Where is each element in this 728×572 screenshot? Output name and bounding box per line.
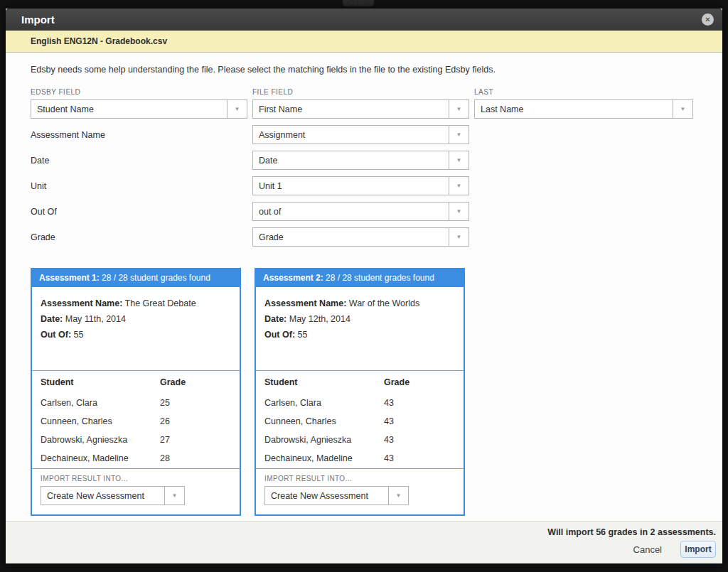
student-grades-table: Student Grade Carlsen, Clara 25 Cunneen,… [32, 371, 240, 468]
instruction-text: Edsby needs some help understanding the … [31, 65, 699, 75]
import-button[interactable]: Import [680, 541, 716, 558]
student-name: Carlsen, Clara [41, 398, 160, 408]
assessment-info: Assessment Name: War of the Worlds Date:… [256, 287, 464, 370]
assessment-preview-cards: Assessment 1: 28 / 28 student grades fou… [31, 268, 699, 516]
select-value: First Name [253, 100, 449, 118]
table-header-row: Student Grade [41, 371, 231, 394]
grades-found-text: 28 / 28 student grades found [100, 273, 210, 283]
assessment-name-value: The Great Debate [122, 298, 196, 308]
file-field-last-name-select[interactable]: Last Name ▼ [474, 99, 693, 119]
select-value: out of [253, 203, 449, 220]
student-name: Dabrowski, Agnieszka [264, 435, 384, 445]
select-value: Create New Assessment [265, 487, 388, 504]
student-grades-table: Student Grade Carlsen, Clara 43 Cunneen,… [256, 371, 464, 468]
chevron-down-icon: ▼ [388, 487, 408, 504]
assessment-number-label: Assessment 2: [263, 273, 323, 283]
student-grade: 26 [160, 416, 170, 426]
grade-column-header: Grade [384, 377, 410, 387]
file-field-column-header: FILE FIELD [252, 88, 474, 96]
cancel-button[interactable]: Cancel [633, 544, 662, 555]
chevron-down-icon: ▼ [449, 203, 469, 220]
chevron-down-icon: ▼ [673, 100, 692, 118]
footer-actions: Cancel Import [6, 541, 716, 558]
grade-column-header: Grade [160, 377, 186, 387]
select-value: Assignment [253, 126, 449, 144]
edsby-field-label: Grade [31, 232, 252, 242]
background-page-handle: .... [343, 0, 374, 6]
grades-found-text: 28 / 28 student grades found [323, 273, 434, 283]
student-grade: 43 [384, 416, 394, 426]
edsby-field-label: Unit [31, 181, 252, 191]
file-field-grade-select[interactable]: Grade ▼ [252, 227, 469, 247]
table-row: Cunneen, Charles 43 [264, 413, 455, 431]
student-grade: 43 [384, 453, 394, 463]
edsby-field-column-header: EDSBY FIELD [31, 88, 252, 96]
import-result-into-label: IMPORT RESULT INTO... [264, 475, 455, 482]
table-row: Dechaineux, Madeline 43 [264, 450, 455, 468]
file-field-assessment-name-select[interactable]: Assignment ▼ [252, 125, 469, 144]
table-row: Carlsen, Clara 43 [264, 394, 455, 413]
dialog-footer: Will import 56 grades in 2 assessments. … [6, 521, 722, 563]
assessment-card-header: Assessment 1: 28 / 28 student grades fou… [32, 269, 240, 287]
select-value: Grade [253, 228, 449, 246]
file-banner: English ENG12N - Gradebook.csv [6, 31, 722, 53]
student-column-header: Student [41, 377, 160, 387]
student-grade: 28 [160, 453, 170, 463]
chevron-down-icon: ▼ [227, 100, 247, 118]
mapping-row-grade: Grade Grade ▼ [31, 227, 699, 247]
chevron-down-icon: ▼ [164, 487, 184, 504]
student-name: Dechaineux, Madeline [264, 453, 384, 463]
mapping-column-headers: EDSBY FIELD FILE FIELD LAST [31, 88, 699, 96]
chevron-down-icon: ▼ [449, 228, 469, 246]
student-name: Dabrowski, Agnieszka [41, 435, 160, 445]
select-value: Date [253, 151, 449, 169]
out-of-label: Out Of: [41, 330, 71, 340]
file-field-first-name-select[interactable]: First Name ▼ [252, 99, 469, 119]
student-grade: 27 [160, 435, 170, 445]
last-column-header: LAST [474, 88, 693, 96]
file-banner-label: English ENG12N - Gradebook.csv [31, 36, 167, 46]
out-of-value: 55 [295, 330, 307, 340]
assessment-name-label: Assessment Name: [41, 298, 122, 308]
date-value: May 11th, 2014 [63, 314, 126, 324]
file-field-out-of-select[interactable]: out of ▼ [252, 202, 469, 221]
select-value: Last Name [475, 100, 673, 118]
out-of-value: 55 [71, 330, 83, 340]
date-label: Date: [264, 314, 287, 324]
student-grade: 25 [160, 398, 170, 408]
assessment-card-header: Assessment 2: 28 / 28 student grades fou… [256, 269, 464, 287]
edsby-field-label: Assessment Name [31, 130, 252, 140]
mapping-row-unit: Unit Unit 1 ▼ [31, 176, 699, 195]
import-result-section: IMPORT RESULT INTO... Create New Assessm… [32, 469, 240, 514]
import-result-section: IMPORT RESULT INTO... Create New Assessm… [256, 469, 464, 514]
student-name: Dechaineux, Madeline [41, 453, 160, 463]
student-column-header: Student [264, 377, 384, 387]
mapping-row-out-of: Out Of out of ▼ [31, 202, 699, 221]
dialog-title: Import [21, 14, 55, 26]
import-result-into-label: IMPORT RESULT INTO... [41, 475, 231, 482]
import-result-into-select[interactable]: Create New Assessment ▼ [264, 486, 409, 505]
dialog-titlebar: Import ✕ [6, 9, 722, 31]
close-icon[interactable]: ✕ [702, 14, 714, 26]
file-field-unit-select[interactable]: Unit 1 ▼ [252, 176, 469, 195]
assessment-name-label: Assessment Name: [264, 298, 346, 308]
edsby-field-label: Out Of [31, 207, 252, 217]
import-result-into-select[interactable]: Create New Assessment ▼ [41, 486, 185, 505]
table-row: Cunneen, Charles 26 [41, 413, 231, 431]
import-summary-text: Will import 56 grades in 2 assessments. [6, 527, 716, 537]
table-header-row: Student Grade [264, 371, 455, 394]
file-field-date-select[interactable]: Date ▼ [252, 151, 469, 170]
assessment-number-label: Assessment 1: [39, 273, 100, 283]
assessment-info: Assessment Name: The Great Debate Date: … [32, 287, 240, 370]
assessment-name-value: War of the Worlds [346, 298, 419, 308]
mapping-row-student-name: Student Name ▼ First Name ▼ Last Name ▼ [31, 99, 699, 119]
student-grade: 43 [384, 398, 394, 408]
edsby-field-label: Date [31, 156, 252, 166]
import-dialog: Import ✕ English ENG12N - Gradebook.csv … [6, 9, 722, 563]
table-row: Carlsen, Clara 25 [41, 394, 231, 413]
chevron-down-icon: ▼ [449, 100, 469, 118]
table-row: Dabrowski, Agnieszka 43 [264, 431, 455, 450]
select-value: Unit 1 [253, 177, 449, 195]
assessment-card-2: Assessment 2: 28 / 28 student grades fou… [255, 268, 465, 516]
edsby-field-student-name-select[interactable]: Student Name ▼ [31, 99, 247, 119]
